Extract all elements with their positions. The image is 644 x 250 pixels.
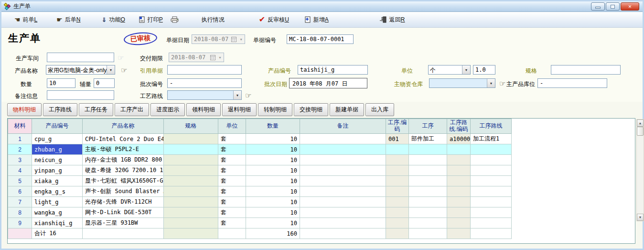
column-header[interactable]: 备注: [300, 119, 386, 134]
cell-route_code[interactable]: [447, 186, 471, 197]
cell-op[interactable]: [409, 197, 447, 207]
scrollbar-thumb[interactable]: [637, 127, 644, 136]
cell-spec[interactable]: [164, 155, 218, 165]
aux-qty-input[interactable]: [94, 78, 115, 88]
column-header[interactable]: 工序路线: [471, 119, 512, 134]
unit-factor-input[interactable]: [473, 65, 495, 75]
cell-qty[interactable]: 10: [246, 176, 300, 186]
cell-op[interactable]: [409, 207, 447, 218]
tab-退料明细[interactable]: 退料明细: [222, 103, 257, 116]
cell-route_code[interactable]: [447, 207, 471, 218]
cell-name[interactable]: 声卡-创新 Sound Blaster A: [83, 186, 164, 197]
cell-spec[interactable]: [164, 134, 218, 144]
cell-qty[interactable]: 10: [246, 197, 300, 207]
tab-工序路线[interactable]: 工序路线: [43, 103, 77, 116]
batch-no-input[interactable]: [167, 78, 242, 88]
cell-route[interactable]: [471, 155, 512, 165]
cell-no[interactable]: 2: [8, 144, 32, 155]
cell-unit[interactable]: 套: [218, 207, 246, 218]
cell-op_code[interactable]: [386, 218, 409, 228]
cell-route_code[interactable]: [447, 218, 471, 228]
cell-note[interactable]: [300, 218, 386, 228]
process-route-select[interactable]: ▼: [167, 90, 242, 100]
qty-input[interactable]: [47, 78, 75, 88]
hand-pick-icon[interactable]: ☞: [245, 92, 251, 99]
tab-转制明细[interactable]: 转制明细: [258, 103, 292, 116]
column-header[interactable]: 工序路线.编码: [447, 119, 471, 134]
tab-出入库[interactable]: 出入库: [365, 103, 394, 116]
cell-op_code[interactable]: 001: [386, 134, 409, 144]
workshop-input[interactable]: [47, 53, 114, 62]
cell-spec[interactable]: [164, 186, 218, 197]
ref-doc-input[interactable]: [167, 65, 242, 75]
cell-unit[interactable]: 套: [218, 155, 246, 165]
cell-name[interactable]: 硬盘-希捷 320G 7200.10 16: [83, 165, 164, 176]
cell-route[interactable]: [471, 186, 512, 197]
column-header[interactable]: 产品名称: [83, 119, 164, 134]
cell-spec[interactable]: [164, 176, 218, 186]
close-button[interactable]: ✕: [621, 2, 639, 11]
cell-name[interactable]: 主板-华硕 P5PL2-E: [83, 144, 164, 155]
cell-route[interactable]: [471, 165, 512, 176]
batch-date-field[interactable]: 2018 年08 月07 日: [289, 78, 367, 88]
tab-工序产出[interactable]: 工序产出: [115, 103, 149, 116]
main-location-input[interactable]: [537, 78, 607, 88]
cell-no[interactable]: 9: [8, 218, 32, 228]
unit-select[interactable]: 个 ▼: [428, 65, 471, 75]
column-header[interactable]: 材料: [8, 119, 32, 134]
cell-route[interactable]: 加工流程1: [471, 134, 512, 144]
cell-no[interactable]: 3: [8, 155, 32, 165]
remark-input[interactable]: [47, 90, 114, 100]
cell-spec[interactable]: [164, 197, 218, 207]
exec-status-button[interactable]: 执行情况: [199, 14, 227, 25]
cell-route[interactable]: [471, 176, 512, 186]
hand-pick-icon[interactable]: ☞: [499, 80, 505, 87]
cell-note[interactable]: [300, 144, 386, 155]
cell-code[interactable]: yinpan_g: [32, 165, 83, 176]
next-doc-button[interactable]: ☛ 后单N: [54, 14, 83, 25]
chevron-down-icon[interactable]: ▼: [487, 79, 495, 87]
cell-spec[interactable]: [164, 207, 218, 218]
cell-note[interactable]: [300, 197, 386, 207]
cell-name[interactable]: 光存储-先锋 DVR-112CH: [83, 197, 164, 207]
cell-route_code[interactable]: [447, 176, 471, 186]
cell-route_code[interactable]: [447, 144, 471, 155]
doc-date-field[interactable]: 2018-08-07 ▼: [192, 34, 245, 44]
printer-button[interactable]: [168, 15, 181, 24]
cell-code[interactable]: engka_g_s: [32, 186, 83, 197]
cell-op_code[interactable]: [386, 186, 409, 197]
scroll-up-icon[interactable]: ▲: [637, 120, 644, 127]
cell-no[interactable]: 6: [8, 186, 32, 197]
column-header[interactable]: 工序.编码: [386, 119, 409, 134]
hand-pick-icon[interactable]: ☞: [121, 66, 127, 74]
cell-note[interactable]: [300, 155, 386, 165]
tab-进度图示[interactable]: 进度图示: [150, 103, 185, 116]
cell-unit[interactable]: 套: [218, 218, 246, 228]
cell-code[interactable]: light_g: [32, 197, 83, 207]
unaudit-button[interactable]: ✔ 反审核U: [257, 14, 291, 25]
vertical-scrollbar[interactable]: ▲ ▼: [636, 119, 644, 221]
cell-no[interactable]: 8: [8, 207, 32, 218]
chevron-down-icon[interactable]: ▼: [462, 65, 470, 74]
cell-route[interactable]: [471, 218, 512, 228]
cell-note[interactable]: [300, 176, 386, 186]
cell-spec[interactable]: [164, 165, 218, 176]
cell-unit[interactable]: 套: [218, 186, 246, 197]
minimize-button[interactable]: [591, 2, 605, 11]
cell-note[interactable]: [300, 207, 386, 218]
cell-code[interactable]: neicun_g: [32, 155, 83, 165]
spec-input[interactable]: [551, 65, 621, 75]
column-header[interactable]: 数量: [246, 119, 300, 134]
cell-op_code[interactable]: [386, 176, 409, 186]
maximize-button[interactable]: [606, 2, 620, 11]
cell-unit[interactable]: 套: [218, 176, 246, 186]
cell-unit[interactable]: 套: [218, 197, 246, 207]
chevron-down-icon[interactable]: ▼: [216, 53, 224, 62]
main-warehouse-select[interactable]: ▼: [429, 78, 495, 88]
tab-新建单据[interactable]: 新建单据: [330, 103, 364, 116]
cell-no[interactable]: 7: [8, 197, 32, 207]
cell-code[interactable]: cpu_g: [32, 134, 83, 144]
cell-op[interactable]: [409, 186, 447, 197]
chevron-down-icon[interactable]: ▼: [238, 35, 245, 43]
cell-route_code[interactable]: [447, 197, 471, 207]
